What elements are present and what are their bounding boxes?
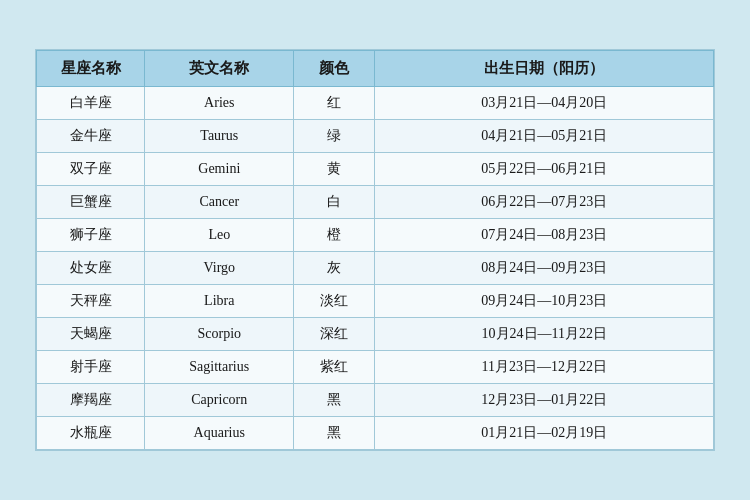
cell-chinese-name: 摩羯座 (37, 384, 145, 417)
header-english-name: 英文名称 (145, 51, 294, 87)
table-row: 金牛座Taurus绿04月21日—05月21日 (37, 120, 714, 153)
cell-english-name: Taurus (145, 120, 294, 153)
table-row: 狮子座Leo橙07月24日—08月23日 (37, 219, 714, 252)
cell-chinese-name: 双子座 (37, 153, 145, 186)
table-row: 射手座Sagittarius紫红11月23日—12月22日 (37, 351, 714, 384)
cell-english-name: Libra (145, 285, 294, 318)
table-row: 双子座Gemini黄05月22日—06月21日 (37, 153, 714, 186)
cell-english-name: Capricorn (145, 384, 294, 417)
cell-color: 深红 (294, 318, 375, 351)
cell-date: 11月23日—12月22日 (375, 351, 714, 384)
cell-color: 黑 (294, 417, 375, 450)
cell-date: 08月24日—09月23日 (375, 252, 714, 285)
cell-chinese-name: 狮子座 (37, 219, 145, 252)
cell-color: 红 (294, 87, 375, 120)
cell-color: 绿 (294, 120, 375, 153)
header-date: 出生日期（阳历） (375, 51, 714, 87)
cell-english-name: Cancer (145, 186, 294, 219)
cell-english-name: Gemini (145, 153, 294, 186)
cell-color: 紫红 (294, 351, 375, 384)
cell-english-name: Aquarius (145, 417, 294, 450)
cell-color: 黑 (294, 384, 375, 417)
table-row: 水瓶座Aquarius黑01月21日—02月19日 (37, 417, 714, 450)
table-row: 天蝎座Scorpio深红10月24日—11月22日 (37, 318, 714, 351)
cell-color: 黄 (294, 153, 375, 186)
cell-date: 06月22日—07月23日 (375, 186, 714, 219)
cell-date: 01月21日—02月19日 (375, 417, 714, 450)
cell-chinese-name: 处女座 (37, 252, 145, 285)
cell-date: 10月24日—11月22日 (375, 318, 714, 351)
header-color: 颜色 (294, 51, 375, 87)
table-row: 白羊座Aries红03月21日—04月20日 (37, 87, 714, 120)
zodiac-table-container: 星座名称 英文名称 颜色 出生日期（阳历） 白羊座Aries红03月21日—04… (35, 49, 715, 451)
cell-english-name: Scorpio (145, 318, 294, 351)
cell-english-name: Aries (145, 87, 294, 120)
cell-date: 04月21日—05月21日 (375, 120, 714, 153)
table-row: 天秤座Libra淡红09月24日—10月23日 (37, 285, 714, 318)
cell-color: 白 (294, 186, 375, 219)
cell-chinese-name: 白羊座 (37, 87, 145, 120)
table-row: 巨蟹座Cancer白06月22日—07月23日 (37, 186, 714, 219)
cell-chinese-name: 金牛座 (37, 120, 145, 153)
cell-english-name: Virgo (145, 252, 294, 285)
zodiac-table: 星座名称 英文名称 颜色 出生日期（阳历） 白羊座Aries红03月21日—04… (36, 50, 714, 450)
cell-chinese-name: 射手座 (37, 351, 145, 384)
table-row: 摩羯座Capricorn黑12月23日—01月22日 (37, 384, 714, 417)
cell-color: 橙 (294, 219, 375, 252)
cell-chinese-name: 水瓶座 (37, 417, 145, 450)
cell-english-name: Sagittarius (145, 351, 294, 384)
cell-chinese-name: 巨蟹座 (37, 186, 145, 219)
cell-color: 灰 (294, 252, 375, 285)
header-chinese-name: 星座名称 (37, 51, 145, 87)
cell-english-name: Leo (145, 219, 294, 252)
cell-date: 03月21日—04月20日 (375, 87, 714, 120)
cell-chinese-name: 天秤座 (37, 285, 145, 318)
cell-date: 12月23日—01月22日 (375, 384, 714, 417)
table-row: 处女座Virgo灰08月24日—09月23日 (37, 252, 714, 285)
cell-color: 淡红 (294, 285, 375, 318)
cell-chinese-name: 天蝎座 (37, 318, 145, 351)
table-header-row: 星座名称 英文名称 颜色 出生日期（阳历） (37, 51, 714, 87)
cell-date: 05月22日—06月21日 (375, 153, 714, 186)
cell-date: 07月24日—08月23日 (375, 219, 714, 252)
cell-date: 09月24日—10月23日 (375, 285, 714, 318)
